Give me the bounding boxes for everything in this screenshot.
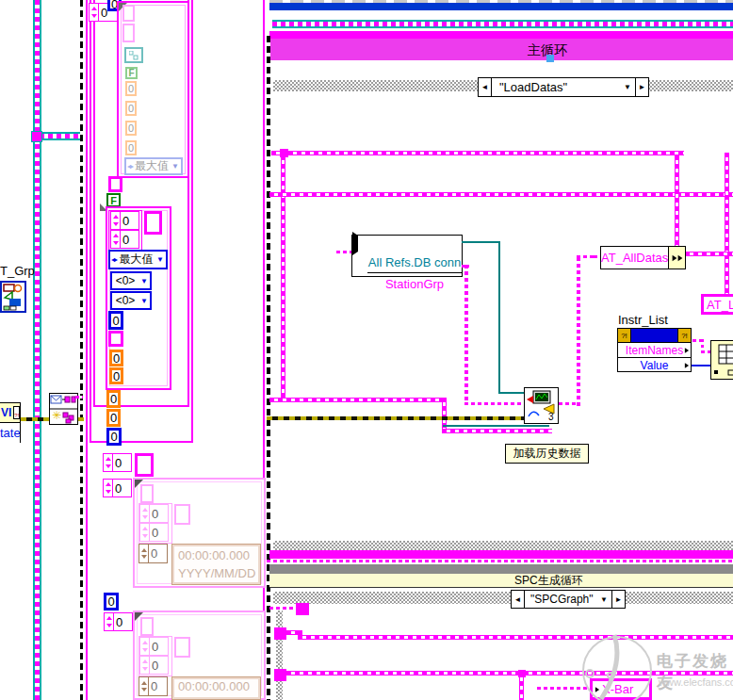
case-dropdown-arrow[interactable]: ▼ (624, 83, 631, 91)
case-next-arrow[interactable]: ► (611, 591, 625, 608)
numeric-constant-pale[interactable]: 0 (125, 81, 137, 96)
numeric-constant[interactable]: 0 (103, 479, 132, 497)
spinner[interactable] (139, 677, 149, 695)
numeric-constant-orange[interactable]: 0 (109, 367, 123, 384)
empty-cluster-box (108, 331, 123, 347)
shift-wire (442, 429, 552, 433)
case-prev-arrow[interactable]: ◄ (512, 591, 525, 608)
spinner[interactable] (90, 4, 99, 21)
numeric-constant-orange[interactable]: 0 (106, 409, 121, 427)
numeric-constant-blue[interactable]: 0 (106, 428, 122, 446)
warn-glyph: ?! (618, 329, 631, 342)
db-conn-wire (498, 392, 526, 394)
numeric-constant[interactable]: 0 (110, 211, 139, 230)
while-loop-bottom-edge (269, 550, 733, 559)
local-variable-at-lo[interactable]: AT_Lo (701, 294, 733, 315)
spinner[interactable] (140, 524, 150, 541)
case-dropdown-arrow[interactable]: ▼ (600, 595, 608, 604)
watermark-site: www.elecfans.com (659, 676, 733, 688)
unbundle-row-stationgrp[interactable]: StationGrp (367, 273, 462, 294)
numeric-constant-brown[interactable]: 0 (138, 676, 168, 696)
numeric-constant-pale[interactable]: 0 (139, 504, 169, 523)
unbundle-input-strip (352, 236, 462, 252)
tunnel-stub (269, 607, 296, 610)
spinner[interactable] (139, 545, 149, 562)
numeric-constant-brown[interactable]: 0 (138, 544, 168, 563)
spinner[interactable] (111, 212, 121, 229)
property-row-itemnames[interactable]: ItemNames (618, 343, 691, 358)
data-wire (519, 673, 524, 700)
vi-node-state: tate (0, 422, 20, 443)
graph-terminal-icon[interactable] (0, 281, 26, 313)
subvi-caption: 加载历史数据 (505, 444, 589, 464)
lr-arrows-icon: ◂▸ (111, 255, 117, 264)
element-dropdown[interactable]: <0> ▼ (110, 291, 152, 310)
while-loop-border (267, 36, 270, 700)
element-dropdown[interactable]: <0> ▼ (110, 271, 152, 290)
value-wire (692, 365, 711, 366)
case-selector-spcgraph[interactable]: ◄ "SPCGraph" ▼ ► (511, 590, 626, 609)
unbundle-row-db-conn[interactable]: All Refs.DB conn (367, 252, 462, 273)
bool-constant[interactable]: F (106, 193, 121, 207)
numeric-constant-pale[interactable]: 0 (139, 656, 169, 675)
structure-border-dashed (80, 0, 83, 700)
spc-loop-top-edge (269, 564, 733, 574)
spinner[interactable] (140, 638, 150, 655)
loop-tunnel (274, 627, 286, 640)
cluster-array-wire-vertical (33, 0, 41, 700)
spinner[interactable] (140, 505, 150, 522)
numeric-constant[interactable]: 0 (110, 230, 139, 249)
numeric-constant-pale[interactable]: 0 (139, 523, 169, 542)
teal-wire (443, 425, 549, 427)
spinner[interactable] (140, 657, 150, 674)
selection-handle (546, 55, 554, 62)
numeric-constant-blue[interactable]: 0 (108, 311, 123, 330)
bundle-node-at-alldatas[interactable]: AT_AllDatas (600, 246, 686, 269)
db-conn-wire (462, 241, 499, 243)
spinner[interactable] (104, 480, 113, 497)
property-node[interactable]: ?! ?! ItemNames Value (617, 328, 692, 372)
time-text: 00:00:00.000 (178, 679, 260, 693)
page-icon: ?! (13, 406, 20, 419)
event-register-node[interactable]: ✳ (49, 393, 78, 425)
case-structure-border (276, 610, 283, 700)
numeric-constant-blue[interactable]: 0 (104, 593, 119, 610)
empty-cluster-box (135, 453, 154, 477)
case-next-arrow[interactable]: ► (635, 78, 648, 96)
numeric-constant-pale[interactable]: 0 (125, 140, 137, 155)
table-node[interactable] (710, 340, 733, 380)
load-history-subvi[interactable]: 3 (524, 387, 559, 424)
property-row-value[interactable]: Value (618, 358, 691, 373)
ring-arrow-icon (595, 687, 599, 692)
spinner[interactable] (105, 613, 114, 630)
data-wire (685, 252, 733, 256)
ring-dropdown-pale[interactable]: ◂▸ 最大值 ▼ (124, 157, 183, 175)
numeric-constant[interactable]: 0 (103, 453, 132, 472)
unbundle-by-name-node[interactable]: All Refs.DB conn StationGrp (351, 235, 463, 277)
numeric-constant-pale[interactable]: 0 (125, 121, 137, 136)
bool-constant-pale[interactable]: F (125, 67, 138, 79)
reference-icon (124, 47, 143, 63)
loop-tunnel (274, 669, 286, 681)
dropdown-arrow-icon: ▼ (140, 277, 148, 285)
spinner[interactable] (104, 454, 113, 471)
error-wire-stub (78, 417, 84, 421)
numeric-constant[interactable]: 0 (104, 612, 133, 631)
vi-invoke-node[interactable]: VI ?! tate (0, 402, 21, 443)
case-selector-loaddatas[interactable]: ◄ "LoadDatas" ▼ ► (478, 77, 649, 97)
data-wire (725, 153, 729, 296)
numeric-constant-pale[interactable]: 0 (139, 637, 169, 656)
numeric-constant-pale[interactable]: 0 (125, 101, 137, 116)
pale-box (140, 484, 154, 503)
shift-wire (269, 398, 445, 402)
numeric-constant-orange[interactable]: 0 (109, 350, 123, 366)
ring-dropdown[interactable]: ◂▸ 最大值 ▼ (108, 250, 168, 269)
timestamp-control[interactable]: 00:00:00.000 (171, 676, 261, 700)
timestamp-control[interactable]: 00:00:00.000 YYYY/MM/DD (171, 544, 261, 585)
cluster-array-wire (272, 20, 733, 28)
ring-constant-xbar[interactable]: X-Bar (590, 678, 652, 700)
case-prev-arrow[interactable]: ◄ (479, 78, 492, 96)
numeric-constant-orange[interactable]: 0 (106, 390, 121, 408)
pale-box (122, 24, 135, 42)
spinner[interactable] (111, 231, 121, 248)
